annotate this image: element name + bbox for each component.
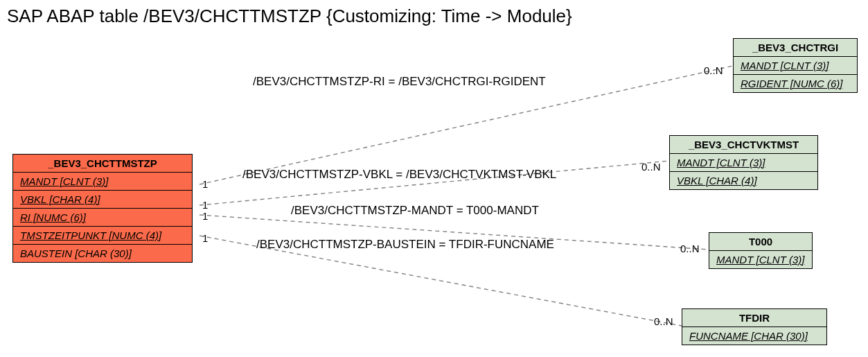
cardinality-many: 0..N (654, 315, 673, 327)
entity-main-field: VBKL [CHAR (4)] (13, 191, 192, 209)
entity-main-header: _BEV3_CHCTTMSTZP (13, 155, 192, 173)
entity-main-field: MANDT [CLNT (3)] (13, 173, 192, 191)
cardinality-many: 0..N (704, 64, 723, 76)
entity-main-field: TMSTZEITPUNKT [NUMC (4)] (13, 227, 192, 245)
entity-chctrgi-field: MANDT [CLNT (3)] (734, 57, 857, 75)
entity-tfdir-header: TFDIR (682, 309, 826, 327)
entity-chctvktmst-field: VBKL [CHAR (4)] (670, 172, 817, 189)
entity-chctrgi-header: _BEV3_CHCTRGI (734, 39, 857, 57)
relation-label-vbkl: /BEV3/CHCTTMSTZP-VBKL = /BEV3/CHCTVKTMST… (242, 168, 556, 182)
cardinality-many: 0..N (641, 161, 661, 173)
cardinality-one: 1 (202, 178, 208, 190)
entity-chctrgi: _BEV3_CHCTRGI MANDT [CLNT (3)] RGIDENT [… (733, 38, 858, 93)
entity-main: _BEV3_CHCTTMSTZP MANDT [CLNT (3)] VBKL [… (12, 154, 193, 263)
entity-tfdir-field: FUNCNAME [CHAR (30)] (682, 327, 826, 345)
relation-label-ri: /BEV3/CHCTTMSTZP-RI = /BEV3/CHCTRGI-RGID… (253, 75, 546, 89)
entity-t000-field: MANDT [CLNT (3)] (709, 251, 812, 268)
cardinality-one: 1 (202, 199, 208, 211)
entity-main-field: RI [NUMC (6)] (13, 209, 192, 227)
cardinality-many: 0..N (680, 243, 700, 254)
entity-chctrgi-field: RGIDENT [NUMC (6)] (734, 75, 857, 92)
entity-t000-header: T000 (709, 233, 812, 251)
entity-t000: T000 MANDT [CLNT (3)] (709, 232, 813, 269)
relation-label-mandt: /BEV3/CHCTTMSTZP-MANDT = T000-MANDT (291, 204, 539, 218)
entity-tfdir: TFDIR FUNCNAME [CHAR (30)] (682, 308, 827, 345)
entity-chctvktmst: _BEV3_CHCTVKTMST MANDT [CLNT (3)] VBKL [… (669, 135, 818, 190)
relation-label-baustein: /BEV3/CHCTTMSTZP-BAUSTEIN = TFDIR-FUNCNA… (256, 238, 554, 252)
entity-main-field: BAUSTEIN [CHAR (30)] (13, 245, 192, 262)
cardinality-one: 1 (202, 232, 208, 244)
page-title: SAP ABAP table /BEV3/CHCTTMSTZP {Customi… (7, 6, 572, 27)
entity-chctvktmst-field: MANDT [CLNT (3)] (670, 154, 817, 172)
cardinality-one: 1 (202, 210, 208, 222)
entity-chctvktmst-header: _BEV3_CHCTVKTMST (670, 136, 817, 154)
